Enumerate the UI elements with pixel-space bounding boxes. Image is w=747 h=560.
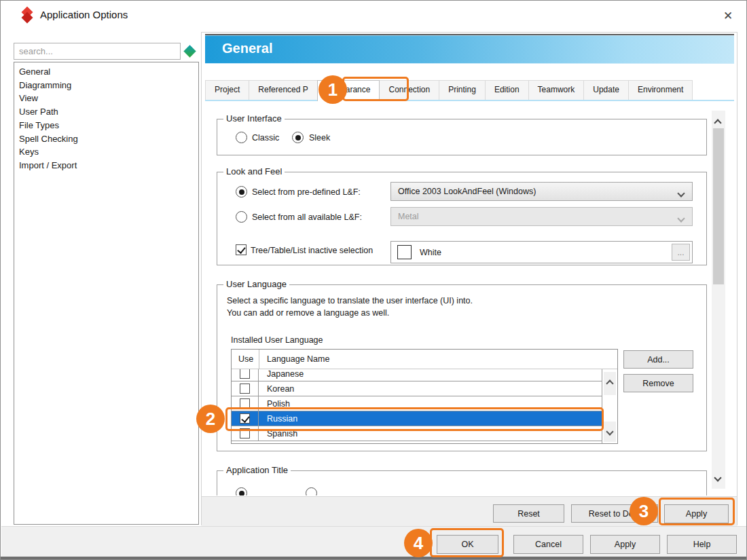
sleek-radio[interactable] [292, 132, 304, 143]
table-row-polish[interactable]: Polish [232, 396, 602, 411]
application-title-option-radio-2[interactable] [306, 487, 317, 496]
search-input[interactable] [14, 43, 181, 60]
scroll-up-icon[interactable] [604, 372, 616, 395]
ok-button[interactable]: OK [437, 535, 498, 554]
predefined-lf-label: Select from pre-defined L&F: [252, 187, 361, 197]
tab-content: User Interface Classic Sleek Look and Fe… [205, 101, 734, 496]
sidebar-item-spell-checking[interactable]: Spell Checking [18, 132, 198, 146]
sidebar-item-keys[interactable]: Keys [18, 145, 198, 159]
tab-update[interactable]: Update [583, 80, 629, 100]
add-language-button[interactable]: Add... [623, 350, 693, 369]
cancel-button[interactable]: Cancel [513, 535, 583, 554]
sidebar-item-diagramming[interactable]: Diagramming [18, 79, 198, 92]
help-button[interactable]: Help [667, 535, 737, 554]
available-lf-radio[interactable] [236, 211, 247, 223]
predefined-lf-radio[interactable] [236, 186, 247, 198]
application-title-group: Application Title [217, 470, 707, 496]
inactive-selection-checkbox[interactable] [236, 244, 247, 255]
language-rows: Japanese Korean Polish Russian [232, 369, 602, 443]
look-and-feel-group: Look and Feel Select from pre-defined L&… [217, 172, 707, 265]
user-language-description-2: You can add or remove a language as well… [227, 308, 389, 318]
title-bar: Application Options ✕ [1, 1, 746, 31]
use-checkbox-spanish[interactable] [240, 428, 250, 438]
column-header-language-name: Language Name [267, 354, 329, 364]
inactive-selection-label: Tree/Table/List inactive selection [251, 246, 373, 255]
color-swatch [397, 245, 412, 259]
column-header-use: Use [238, 354, 253, 364]
predefined-lf-select[interactable]: Office 2003 LookAndFeel (Windows) [390, 182, 693, 201]
scrollbar-thumb[interactable] [713, 128, 724, 284]
table-row-korean[interactable]: Korean [232, 381, 602, 396]
sidebar-item-user-path[interactable]: User Path [18, 105, 198, 119]
language-name: Polish [259, 399, 290, 409]
annotation-step-3: 3 [630, 497, 658, 525]
classic-label: Classic [252, 133, 279, 143]
dialog-bottom-edge [1, 557, 746, 559]
use-checkbox-russian[interactable] [240, 413, 250, 424]
options-panel: General Project Referenced P Appearance … [201, 32, 737, 525]
user-interface-legend: User Interface [223, 113, 285, 124]
category-list: General Diagramming View User Path File … [14, 62, 199, 525]
color-name: White [420, 248, 441, 257]
table-row-spanish[interactable]: Spanish [232, 426, 602, 441]
language-name: Korean [259, 384, 294, 394]
remove-language-button[interactable]: Remove [623, 374, 693, 392]
reset-button[interactable]: Reset [493, 504, 564, 523]
sidebar-item-general[interactable]: General [18, 65, 198, 79]
tab-environment[interactable]: Environment [628, 80, 693, 100]
tab-referenced-project[interactable]: Referenced P [249, 80, 317, 100]
scroll-down-icon[interactable] [604, 422, 616, 442]
clear-search-icon[interactable] [183, 45, 196, 57]
use-checkbox-polish[interactable] [240, 398, 250, 409]
table-row-russian[interactable]: Russian [232, 411, 602, 426]
sidebar-item-view[interactable]: View [18, 92, 198, 105]
tab-bar: Project Referenced P Appearance Connecti… [205, 80, 734, 101]
application-options-dialog: Application Options ✕ General Diagrammin… [0, 0, 747, 560]
tab-project[interactable]: Project [205, 80, 249, 100]
scroll-up-icon[interactable] [715, 116, 721, 128]
tab-edition[interactable]: Edition [485, 80, 529, 100]
tab-teamwork[interactable]: Teamwork [528, 80, 585, 100]
chevron-down-icon [678, 189, 684, 198]
dialog-button-bar: OK Cancel Apply Help [1, 526, 747, 558]
content-scrollbar[interactable] [712, 111, 725, 489]
page-header-banner: General [205, 34, 734, 64]
column-divider [259, 350, 259, 369]
page-title: General [222, 41, 272, 56]
use-checkbox-japanese[interactable] [240, 369, 250, 379]
chevron-down-icon [678, 214, 684, 223]
user-language-legend: User Language [223, 279, 289, 289]
panel-apply-button[interactable]: Apply [664, 504, 729, 523]
language-table: Use Language Name Japanese Korean [231, 349, 618, 444]
annotation-step-4: 4 [404, 529, 433, 557]
application-title-legend: Application Title [223, 465, 291, 475]
sidebar-item-import-export[interactable]: Import / Export [18, 159, 198, 172]
window-title: Application Options [40, 9, 128, 20]
close-icon[interactable]: ✕ [720, 7, 736, 24]
color-browse-button[interactable]: ... [672, 244, 690, 261]
language-name: Russian [259, 414, 297, 424]
sidebar-item-file-types[interactable]: File Types [18, 119, 198, 132]
user-interface-group: User Interface Classic Sleek [217, 119, 707, 155]
available-lf-label: Select from all available L&F: [252, 212, 362, 222]
visual-paradigm-logo-icon [19, 7, 37, 24]
language-name: Japanese [259, 369, 304, 379]
tab-printing[interactable]: Printing [439, 80, 486, 100]
predefined-lf-value: Office 2003 LookAndFeel (Windows) [398, 187, 536, 196]
tab-connection[interactable]: Connection [379, 80, 439, 100]
user-language-group: User Language Select a specific language… [217, 284, 707, 451]
language-name: Spanish [259, 429, 297, 438]
use-checkbox-korean[interactable] [240, 384, 250, 394]
look-and-feel-legend: Look and Feel [223, 166, 285, 176]
apply-button[interactable]: Apply [590, 535, 660, 554]
user-language-description-1: Select a specific language to translate … [227, 296, 473, 305]
classic-radio[interactable] [236, 132, 247, 143]
scroll-down-icon[interactable] [715, 471, 721, 483]
application-title-option-radio-1[interactable] [236, 487, 247, 496]
installed-user-language-label: Installed User Language [231, 335, 323, 345]
table-row-japanese[interactable]: Japanese [232, 369, 602, 381]
available-lf-select: Metal [390, 207, 693, 226]
language-table-header: Use Language Name [232, 350, 617, 369]
annotation-step-2: 2 [196, 405, 225, 433]
inactive-selection-color-field: White ... [390, 241, 693, 263]
